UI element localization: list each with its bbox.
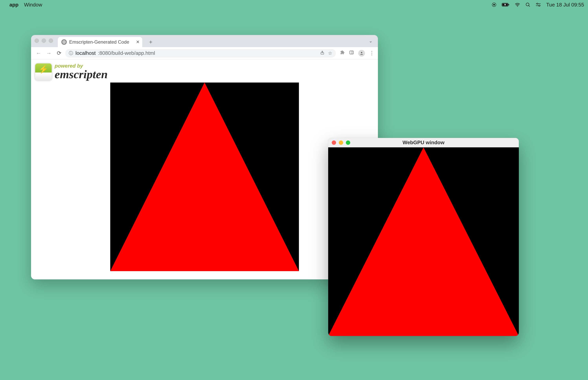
nav-back-button[interactable]: ← [35, 49, 42, 57]
svg-point-11 [539, 5, 540, 6]
control-center-icon[interactable] [535, 2, 541, 7]
spotlight-icon[interactable] [525, 2, 531, 7]
menubar-window-menu[interactable]: Window [24, 2, 42, 8]
extensions-icon[interactable] [340, 50, 345, 56]
svg-rect-14 [350, 51, 353, 54]
macos-menubar: app Window Tue 18 Jul 09:55 [0, 0, 588, 9]
globe-icon [61, 39, 67, 45]
nav-forward-button[interactable]: → [45, 49, 53, 57]
native-window: WebGPU window [328, 138, 519, 336]
traffic-max-inactive[interactable] [49, 38, 53, 43]
page-content: powered by emscripten [31, 59, 378, 279]
browser-tabstrip: Emscripten-Generated Code ✕ ＋ ⌄ [31, 35, 378, 47]
native-titlebar[interactable]: WebGPU window [328, 138, 519, 147]
traffic-min-inactive[interactable] [42, 38, 46, 43]
battery-icon[interactable] [502, 3, 510, 7]
emscripten-badge-icon [35, 63, 52, 80]
chrome-menu-icon[interactable]: ⋮ [369, 50, 374, 56]
browser-tab-title: Emscripten-Generated Code [69, 39, 129, 45]
tab-close-icon[interactable]: ✕ [136, 39, 139, 45]
svg-point-1 [493, 4, 495, 5]
traffic-close-inactive[interactable] [35, 38, 39, 43]
svg-point-5 [517, 6, 518, 7]
svg-point-16 [361, 52, 362, 53]
tab-list-chevron-icon[interactable]: ⌄ [369, 38, 372, 44]
screen-record-icon[interactable] [492, 2, 497, 7]
logo-name: emscripten [55, 68, 108, 80]
emscripten-logo: powered by emscripten [35, 63, 374, 80]
site-info-icon[interactable]: ⓘ [69, 50, 73, 56]
sidepanel-icon[interactable] [349, 50, 354, 56]
red-triangle [110, 82, 299, 271]
url-path: :8080/build-web/app.html [98, 50, 155, 56]
wifi-icon[interactable] [515, 2, 520, 7]
browser-traffic-lights [35, 38, 53, 43]
url-host: localhost [76, 50, 96, 56]
native-canvas[interactable] [328, 147, 519, 336]
profile-avatar-icon[interactable] [358, 50, 365, 57]
browser-tab[interactable]: Emscripten-Generated Code ✕ [58, 37, 142, 47]
svg-point-6 [526, 3, 529, 6]
nav-reload-button[interactable]: ⟳ [55, 49, 63, 57]
svg-rect-3 [508, 4, 509, 5]
native-window-title: WebGPU window [328, 139, 519, 146]
traffic-minimize[interactable] [339, 140, 343, 145]
browser-toolbar: ← → ⟳ ⓘ localhost:8080/build-web/app.htm… [31, 47, 378, 59]
webgpu-canvas[interactable] [110, 82, 299, 271]
svg-point-9 [537, 3, 538, 4]
svg-line-7 [529, 5, 530, 6]
address-bar[interactable]: ⓘ localhost:8080/build-web/app.html ☆ [65, 49, 336, 57]
bookmark-star-icon[interactable]: ☆ [328, 51, 332, 56]
traffic-close[interactable] [332, 140, 336, 145]
new-tab-button[interactable]: ＋ [147, 38, 154, 46]
red-triangle [328, 147, 519, 336]
browser-window: Emscripten-Generated Code ✕ ＋ ⌄ ← → ⟳ ⓘ … [31, 35, 378, 279]
menubar-app-name[interactable]: app [9, 2, 19, 8]
share-icon[interactable] [320, 51, 324, 56]
menubar-clock[interactable]: Tue 18 Jul 09:55 [546, 2, 584, 8]
traffic-zoom[interactable] [346, 140, 350, 145]
